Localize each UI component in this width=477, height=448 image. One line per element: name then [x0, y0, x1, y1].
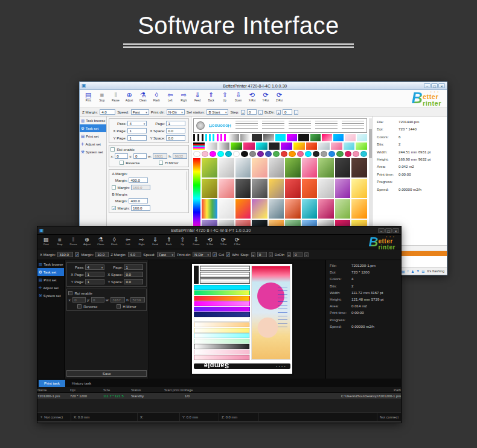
y-space-input[interactable]: 0.0 — [166, 135, 185, 141]
sidebar-item-system-set[interactable]: ⚒ System set — [80, 148, 106, 156]
y-space-input[interactable]: 0.0 — [124, 279, 143, 284]
z-margin-input[interactable]: 4.0 — [128, 252, 141, 257]
z-rot-button[interactable]: ⟳ Z-Rot — [272, 91, 286, 102]
print-button[interactable]: ▤ Print — [39, 236, 53, 246]
pause-button[interactable]: ‖ Pause — [109, 91, 123, 102]
a-margin2-checkbox[interactable] — [112, 185, 116, 190]
left-button[interactable]: ⇦ Left — [121, 236, 135, 246]
roi-x-input[interactable]: 0 — [72, 297, 86, 302]
roi-enable-checkbox[interactable] — [68, 291, 72, 295]
sidebar-item-task-set[interactable]: ⚙ Task set — [80, 124, 106, 132]
x-page-input[interactable]: 1 — [127, 128, 147, 133]
feed-button[interactable]: ⇓ Feed — [149, 236, 162, 246]
page-input[interactable]: 1 — [124, 264, 143, 270]
b-margin2-checkbox[interactable] — [112, 206, 116, 210]
clean-button[interactable]: ⚗ Clean — [136, 91, 150, 102]
sidebar-item-task-browse[interactable]: ▥ Task browse — [80, 117, 106, 124]
tab-history-task[interactable]: History task — [66, 380, 97, 387]
margin-input[interactable]: 10.0 — [95, 252, 109, 257]
preview-scrollbar[interactable] — [369, 118, 372, 243]
step-input[interactable]: 0 — [257, 252, 267, 257]
z-margin-input[interactable]: 4.0 — [100, 109, 115, 115]
right-button[interactable]: ⇨ Right — [135, 236, 149, 246]
flash-button[interactable]: ◊ Flash — [107, 236, 121, 246]
stop-button[interactable]: ■ Stop — [95, 91, 109, 102]
a-margin-input[interactable]: 400.0 — [129, 178, 148, 183]
step-plus-button[interactable]: + — [241, 110, 245, 115]
sidebar-item-task-set[interactable]: ⚙ Task set — [37, 268, 64, 276]
back-button[interactable]: ⇑ Back — [162, 236, 176, 246]
save-button[interactable]: Save — [66, 370, 147, 377]
flash-button[interactable]: ◊ Flash — [150, 91, 164, 102]
dcdir-plus-button[interactable]: + — [287, 252, 291, 257]
roi-w-input[interactable]: 3167 — [110, 297, 125, 302]
stop-button[interactable]: ■ Stop — [53, 236, 67, 246]
x-rot-button[interactable]: ⟲ X-Rot — [245, 91, 259, 102]
minimize-button[interactable]: – — [424, 83, 431, 88]
margin-checkbox[interactable] — [75, 252, 79, 257]
y-page-input[interactable]: 1 — [127, 135, 147, 141]
step-minus-button[interactable]: - — [269, 252, 273, 257]
page-input[interactable]: 1 — [166, 121, 185, 126]
sidebar-item-print-set[interactable]: ▤ Print set — [37, 276, 64, 284]
roi-x-input[interactable]: 0 — [115, 153, 128, 159]
x-margin-input[interactable]: 310.0 — [57, 252, 73, 257]
sel-station-select[interactable]: B Start▾ — [206, 109, 228, 115]
dcdir-input[interactable]: 0 — [293, 252, 303, 257]
pass-select[interactable]: 4▾ — [127, 121, 147, 126]
close-button[interactable]: ✕ — [392, 228, 399, 233]
feed-button[interactable]: ⇓ Feed — [191, 91, 205, 102]
sidebar-item-print-set[interactable]: ▤ Print set — [80, 132, 106, 140]
adjust-button[interactable]: ⊕ Adjust — [123, 91, 136, 102]
back-button[interactable]: ⇑ Back — [204, 91, 218, 102]
adjust-button[interactable]: ⊕ Adjust — [80, 236, 94, 246]
table-row[interactable]: 7201200-1.pm720 * 1200111.7 * 121.5Stand… — [37, 393, 401, 399]
x-space-input[interactable]: 0.0 — [124, 272, 143, 277]
maximize-button[interactable]: ▢ — [385, 228, 392, 233]
z-rot-button[interactable]: ⟳ Z-Rot — [230, 236, 244, 246]
down-button[interactable]: ⇩ Down — [190, 236, 203, 246]
roi-y-input[interactable]: 0 — [91, 297, 104, 302]
dcdir-minus-button[interactable]: - — [294, 110, 298, 115]
b-margin2-input[interactable]: 160.0 — [131, 205, 150, 211]
print-button[interactable]: ▤ Print — [82, 91, 95, 102]
roi-h-input[interactable]: 5739 — [130, 297, 145, 302]
close-button[interactable]: ✕ — [438, 83, 445, 88]
roi-enable-checkbox[interactable] — [110, 147, 115, 152]
print-dir-select[interactable]: N-Dir▾ — [167, 109, 185, 115]
speed-select[interactable]: Fast▾ — [131, 109, 149, 115]
left-button[interactable]: ⇦ Left — [164, 91, 178, 102]
a-margin2-input[interactable]: 160.0 — [131, 185, 150, 190]
dcdir-input[interactable]: 0 — [283, 109, 292, 115]
sidebar-item-task-browse[interactable]: ▥ Task browse — [37, 260, 64, 268]
up-button[interactable]: ⇧ Up — [218, 91, 232, 102]
x-space-input[interactable]: 0.0 — [166, 128, 185, 133]
h-mirror-checkbox[interactable] — [159, 161, 163, 165]
step-input[interactable]: 0 — [247, 109, 257, 115]
pass-select[interactable]: 4▾ — [85, 264, 104, 270]
down-button[interactable]: ⇩ Down — [232, 91, 246, 102]
wht-checkbox[interactable] — [226, 252, 230, 257]
y-rot-button[interactable]: ⟳ Y-Rot — [217, 236, 231, 246]
maximize-button[interactable]: ▢ — [431, 83, 438, 88]
sidebar-item-system-set[interactable]: ⚒ System set — [37, 292, 64, 299]
reverse-checkbox[interactable] — [120, 161, 124, 165]
tab-print-task[interactable]: Print task — [39, 380, 65, 387]
pause-button[interactable]: ‖ Pause — [66, 236, 80, 246]
up-button[interactable]: ⇧ Up — [176, 236, 190, 246]
col-checkbox[interactable] — [213, 252, 217, 257]
roi-h-input[interactable]: 9632 — [173, 153, 187, 159]
right-button[interactable]: ⇨ Right — [177, 91, 191, 102]
y-rot-button[interactable]: ⟳ Y-Rot — [259, 91, 273, 102]
sidebar-item-adjust-set[interactable]: ✛ Adjust set — [80, 140, 106, 148]
step-minus-button[interactable]: - — [258, 110, 263, 115]
print-dir-select[interactable]: N-Dir▾ — [193, 252, 211, 257]
y-page-input[interactable]: 1 — [85, 279, 104, 284]
h-mirror-checkbox[interactable] — [117, 304, 121, 309]
dcdir-plus-button[interactable]: + — [277, 110, 281, 115]
x-rot-button[interactable]: ⟲ X-Rot — [203, 236, 217, 246]
reverse-checkbox[interactable] — [77, 304, 82, 309]
scrollbar-thumb[interactable] — [369, 129, 372, 158]
dcdir-minus-button[interactable]: - — [304, 252, 309, 257]
sidebar-item-adjust-set[interactable]: ✛ Adjust set — [37, 284, 64, 292]
